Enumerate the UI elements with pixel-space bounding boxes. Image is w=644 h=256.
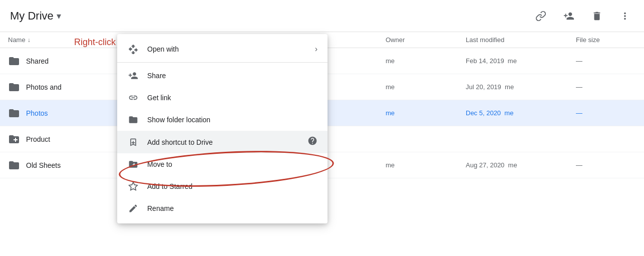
menu-item-label: Get link (147, 94, 317, 102)
header: My Drive ▾ (0, 0, 644, 32)
open-with-icon (127, 43, 139, 55)
svg-marker-0 (129, 182, 138, 190)
file-size: — (576, 109, 636, 117)
add-person-icon[interactable] (560, 7, 578, 25)
person-add-icon (127, 70, 139, 82)
menu-item-show-folder[interactable]: Show folder location (117, 109, 328, 131)
move-folder-icon (127, 158, 139, 170)
link-icon[interactable] (532, 7, 550, 25)
more-icon[interactable] (616, 7, 634, 25)
file-size: — (576, 57, 636, 65)
menu-item-label: Rename (147, 204, 317, 212)
folder-icon (8, 81, 20, 93)
col-size-header: File size (576, 36, 636, 44)
shortcut-icon (127, 136, 139, 148)
file-size: — (576, 161, 636, 169)
file-modified: Jul 20, 2019 me (466, 83, 576, 91)
file-owner: me (386, 57, 466, 65)
menu-item-label: Add to Starred (147, 182, 317, 190)
folder-open-icon (127, 114, 139, 126)
shared-folder-icon (8, 133, 20, 145)
file-owner: me (386, 109, 466, 117)
file-modified: Feb 14, 2019 me (466, 57, 576, 65)
file-size: — (576, 83, 636, 91)
menu-item-rename[interactable]: Rename (117, 197, 328, 219)
menu-item-add-starred[interactable]: Add to Starred (117, 175, 328, 197)
header-right (532, 7, 634, 25)
menu-item-move-to[interactable]: Move to (117, 153, 328, 175)
menu-item-add-shortcut[interactable]: Add shortcut to Drive (117, 131, 328, 153)
right-click-annotation: Right-click (74, 37, 116, 48)
star-icon (127, 180, 139, 192)
folder-icon (8, 159, 20, 171)
chevron-down-icon[interactable]: ▾ (57, 11, 61, 22)
folder-icon (8, 107, 20, 119)
edit-icon (127, 202, 139, 214)
file-modified: Aug 27, 2020 me (466, 161, 576, 169)
chevron-right-icon: › (315, 45, 317, 54)
menu-item-label: Open with (147, 45, 315, 53)
menu-item-get-link[interactable]: Get link (117, 87, 328, 109)
sort-arrow-icon: ↓ (28, 37, 31, 44)
header-left: My Drive ▾ (10, 10, 61, 23)
col-owner-header: Owner (386, 36, 466, 44)
link-icon (127, 92, 139, 104)
context-menu: Open with › Share Get link Show folder l… (117, 34, 328, 223)
file-owner: me (386, 83, 466, 91)
col-modified-header: Last modified (466, 36, 576, 44)
trash-icon[interactable] (588, 7, 606, 25)
menu-item-open-with[interactable]: Open with › (117, 38, 328, 60)
menu-item-label: Move to (147, 160, 317, 168)
file-owner: me (386, 161, 466, 169)
menu-item-label: Share (147, 72, 317, 80)
menu-item-share[interactable]: Share (117, 65, 328, 87)
drive-title: My Drive (10, 10, 54, 23)
menu-item-label: Add shortcut to Drive (147, 138, 303, 146)
menu-divider (117, 62, 328, 63)
menu-item-label: Show folder location (147, 116, 317, 124)
file-modified: Dec 5, 2020 me (466, 109, 576, 117)
folder-icon (8, 55, 20, 67)
help-icon[interactable] (307, 136, 317, 148)
